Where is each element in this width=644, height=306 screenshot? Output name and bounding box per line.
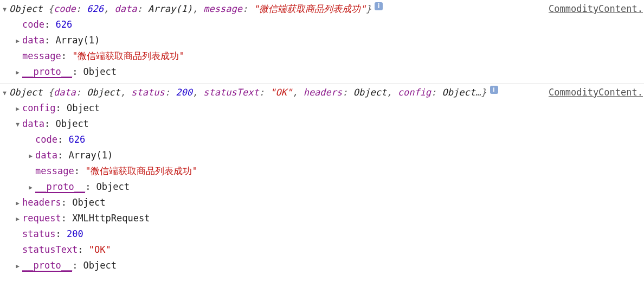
property-key: config <box>22 103 55 113</box>
property-value: Array(1) <box>68 150 113 161</box>
property-row[interactable]: ▶__proto__: Object <box>1 64 643 80</box>
property-row[interactable]: ▶data: Array(1) <box>1 33 643 48</box>
expand-icon[interactable]: ▶ <box>14 65 21 80</box>
info-icon[interactable]: i <box>375 2 383 10</box>
property-content: __proto__: Object <box>22 64 117 80</box>
property-content: data: Array(1) <box>22 33 100 48</box>
property-key: __proto__ <box>35 181 85 193</box>
property-content: __proto__: Object <box>35 179 130 195</box>
collapse-icon[interactable]: ▼ <box>1 2 8 17</box>
property-content: config: Object <box>22 100 100 116</box>
property-row[interactable]: ▼data: Object <box>1 116 643 132</box>
property-value: 626 <box>55 19 72 30</box>
property-value: Object <box>83 66 117 77</box>
property-key: message <box>22 50 61 61</box>
property-key: code <box>35 134 57 145</box>
property-key: __proto__ <box>22 260 72 272</box>
devtools-console: CommodityContent.▼Object {code: 626, dat… <box>0 0 644 277</box>
property-content: message: "微信端获取商品列表成功" <box>22 48 185 64</box>
property-value: "微信端获取商品列表成功" <box>85 165 197 176</box>
property-row[interactable]: ▶headers: Object <box>1 195 643 211</box>
property-content: code: 626 <box>22 17 72 33</box>
property-value: Array(1) <box>55 35 100 46</box>
expand-icon[interactable]: ▶ <box>14 195 21 211</box>
source-link[interactable]: CommodityContent. <box>549 85 643 100</box>
property-value: Object <box>55 118 88 129</box>
property-row: ▶statusText: "OK" <box>1 242 643 258</box>
property-row: ▶message: "微信端获取商品列表成功" <box>1 163 643 179</box>
property-value: "微信端获取商品列表成功" <box>72 50 184 61</box>
property-row[interactable]: ▶__proto__: Object <box>1 258 643 273</box>
property-key: data <box>22 118 44 129</box>
property-content: headers: Object <box>22 195 106 211</box>
expand-icon[interactable]: ▶ <box>14 258 21 274</box>
console-entry: CommodityContent.▼Object {data: Object, … <box>0 84 644 277</box>
property-key: __proto__ <box>22 66 72 78</box>
expand-icon[interactable]: ▶ <box>14 101 21 117</box>
property-content: request: XMLHttpRequest <box>22 211 150 226</box>
property-row[interactable]: ▶request: XMLHttpRequest <box>1 211 643 226</box>
property-value: 200 <box>67 228 83 239</box>
object-preview[interactable]: Object {code: 626, data: Array(1), messa… <box>9 1 371 17</box>
property-row[interactable]: ▶__proto__: Object <box>1 179 643 195</box>
property-value: Object <box>83 260 117 271</box>
property-value: Object <box>72 197 105 208</box>
console-entry: CommodityContent.▼Object {code: 626, dat… <box>0 0 644 84</box>
property-row: ▶code: 626 <box>1 17 643 33</box>
property-value: XMLHttpRequest <box>72 213 150 224</box>
property-key: data <box>22 35 44 46</box>
property-value: Object <box>67 103 100 113</box>
source-link[interactable]: CommodityContent. <box>549 1 643 17</box>
property-key: data <box>35 150 57 161</box>
expand-icon[interactable]: ▶ <box>27 180 34 195</box>
property-row: ▶code: 626 <box>1 132 643 148</box>
property-key: headers <box>22 197 61 208</box>
property-content: status: 200 <box>22 226 83 242</box>
property-content: code: 626 <box>35 132 85 148</box>
property-content: statusText: "OK" <box>22 242 111 258</box>
property-key: statusText <box>22 244 78 255</box>
object-header-row[interactable]: ▼Object {code: 626, data: Array(1), mess… <box>1 1 643 17</box>
property-key: code <box>22 19 44 30</box>
property-key: message <box>35 165 74 176</box>
property-value: 626 <box>68 134 85 145</box>
property-content: data: Array(1) <box>35 148 113 163</box>
info-icon[interactable]: i <box>490 86 498 94</box>
object-preview[interactable]: Object {data: Object, status: 200, statu… <box>9 85 487 100</box>
property-content: data: Object <box>22 116 89 132</box>
expand-icon[interactable]: ▶ <box>27 148 34 164</box>
property-key: request <box>22 213 61 224</box>
property-row: ▶status: 200 <box>1 226 643 242</box>
property-value: "OK" <box>89 244 111 255</box>
property-row: ▶message: "微信端获取商品列表成功" <box>1 48 643 64</box>
property-value: Object <box>96 181 130 192</box>
property-row[interactable]: ▶config: Object <box>1 100 643 116</box>
collapse-icon[interactable]: ▼ <box>14 117 21 132</box>
property-row[interactable]: ▶data: Array(1) <box>1 148 643 163</box>
collapse-icon[interactable]: ▼ <box>1 85 8 101</box>
property-content: __proto__: Object <box>22 258 117 273</box>
object-header-row[interactable]: ▼Object {data: Object, status: 200, stat… <box>1 85 643 100</box>
property-content: message: "微信端获取商品列表成功" <box>35 163 198 179</box>
property-key: status <box>22 228 55 239</box>
expand-icon[interactable]: ▶ <box>14 211 21 227</box>
expand-icon[interactable]: ▶ <box>14 33 21 49</box>
